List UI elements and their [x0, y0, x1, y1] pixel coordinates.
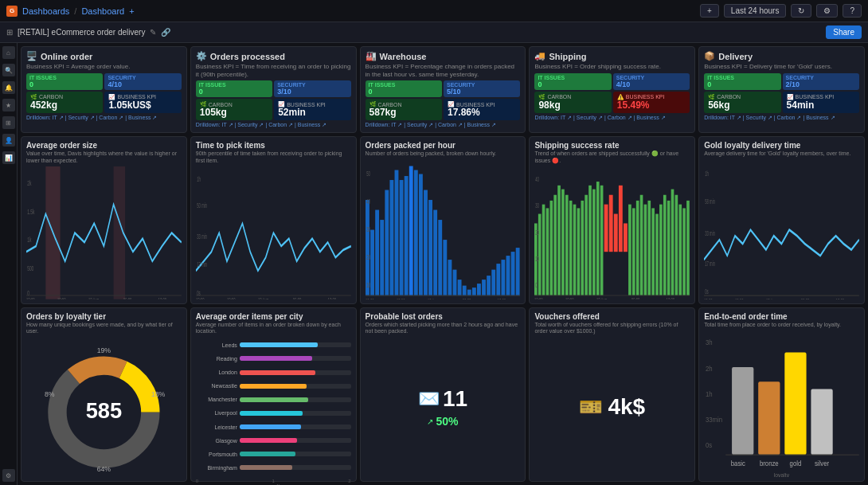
chart-avg-order-size: Average order size Value over time, Davi… — [21, 136, 187, 304]
svg-rect-69 — [542, 205, 545, 295]
chart-e2e-order-subtitle: Total time from place order to order rec… — [704, 322, 859, 328]
hbar-birmingham: Birmingham — [196, 465, 351, 471]
carbon-metric-5: 🌿 CARBON 56kg — [704, 92, 780, 113]
chart-shipping-success-area[interactable]: 40 30 20 10 0 12:00 18:00 12 Aug 06:00 1… — [534, 166, 690, 299]
lost-orders-trend-icon: ↗ — [427, 417, 433, 426]
edit-icon[interactable]: ✎ — [150, 28, 156, 37]
sidebar-star[interactable]: ★ — [2, 99, 15, 111]
breadcrumb-dashboards[interactable]: Dashboards — [22, 6, 69, 16]
chart-shipping-success-title: Shipping success rate — [534, 141, 690, 150]
svg-rect-102 — [675, 195, 678, 295]
subbar-left: ⊞ [RETAIL] eCommerce order delivery ✎ 🔗 — [6, 28, 170, 37]
svg-rect-30 — [394, 170, 398, 295]
svg-text:30: 30 — [366, 225, 370, 233]
svg-rect-84 — [600, 186, 604, 295]
svg-text:30: 30 — [536, 202, 540, 209]
settings-button[interactable]: ⚙ — [816, 4, 838, 18]
chart-orders-loyalty-area[interactable]: 585 19% 18% 64% 8% — [26, 338, 182, 477]
it-issues-badge-5: IT ISSUES 0 — [704, 73, 780, 90]
svg-text:64%: 64% — [97, 464, 111, 472]
timerange-button[interactable]: Last 24 hours — [724, 4, 787, 18]
kpi-shipping: 🚚 Shipping Business KPI = Order shipping… — [529, 46, 695, 133]
kpi-delivery-badges: IT ISSUES 0 SECURITY 2/10 — [704, 73, 859, 90]
chart-avg-items-city: Average order items per city Average num… — [190, 307, 357, 482]
svg-rect-85 — [604, 205, 608, 252]
kpi-shipping-drilldown[interactable]: Drilldown: IT ↗ | Security ↗ | Carbon ↗ … — [534, 115, 690, 121]
security-badge: SECURITY 4/10 — [104, 73, 181, 90]
svg-text:33min: 33min — [706, 415, 722, 424]
breadcrumb-plus[interactable]: + — [129, 6, 134, 16]
svg-text:17 min: 17 min — [705, 260, 715, 267]
svg-rect-39 — [438, 220, 442, 295]
svg-text:12:00: 12:00 — [158, 297, 167, 299]
svg-text:06:00: 06:00 — [123, 297, 132, 299]
svg-rect-81 — [589, 186, 592, 295]
chart-avg-items-city-area[interactable]: Leeds Reading London Newcastle — [196, 338, 351, 477]
svg-text:12 Aug: 12 Aug — [428, 297, 438, 299]
chart-lost-orders-area[interactable]: ✉️ 11 ↗ 50% — [366, 338, 521, 477]
chart-time-pick-area[interactable]: 1h 50 min 33 min 17 min 0s 12:00 18:00 1… — [196, 166, 351, 299]
sidebar-bell[interactable]: 🔔 — [2, 81, 15, 94]
chart-time-pick-title: Time to pick items — [196, 141, 351, 150]
refresh-button[interactable]: ↻ — [791, 4, 811, 18]
svg-rect-74 — [561, 190, 565, 295]
chart-shipping-success: Shipping success rate Trend of when orde… — [529, 136, 695, 304]
sidebar-settings[interactable]: ⚙ — [2, 469, 15, 482]
svg-rect-73 — [558, 186, 561, 295]
breadcrumb-dashboard[interactable]: Dashboard — [81, 6, 124, 16]
svg-rect-28 — [385, 190, 389, 295]
svg-rect-144 — [784, 353, 806, 456]
kpi-warehouse-drilldown[interactable]: Drilldown: IT ↗ | Security ↗ | Carbon ↗ … — [366, 122, 521, 128]
chart-orders-packed-title: Orders packed per hour — [366, 141, 521, 150]
help-button[interactable]: ? — [843, 4, 862, 18]
svg-rect-51 — [496, 264, 500, 295]
add-button[interactable]: + — [700, 4, 719, 18]
svg-text:gold: gold — [790, 460, 802, 468]
svg-text:1k: 1k — [27, 236, 31, 244]
kpi-online-order-drilldown[interactable]: Drilldown: IT ↗ | Security ↗ | Carbon ↗ … — [26, 115, 182, 121]
chart-orders-packed-area[interactable]: 12:00 18:00 12 Aug 06:00 12:00 50 40 30 … — [366, 160, 521, 299]
kpi-warehouse-metrics: 🌿 CARBON 587kg 📈 BUSINESS KPI 17.86% — [366, 99, 521, 120]
kpi-warehouse-subtitle: Business KPI = Percentage change in orde… — [366, 63, 521, 78]
carbon-metric-2: 🌿 CARBON 105kg — [196, 99, 272, 120]
share-button[interactable]: Share — [826, 25, 862, 39]
svg-text:18:00: 18:00 — [565, 297, 574, 299]
kpi-orders-processed: ⚙️ Orders processed Business KPI = Time … — [190, 46, 357, 133]
voucher-icon: 🎫 — [579, 396, 603, 418]
kpi-delivery-metrics: 🌿 CARBON 56kg 📈 BUSINESS KPI 54min — [704, 92, 859, 113]
svg-text:33 min: 33 min — [705, 229, 715, 237]
kpi-orders-processed-subtitle: Business KPI = Time from receiving an or… — [196, 63, 351, 78]
svg-rect-76 — [569, 201, 573, 295]
chart-gold-delivery-area[interactable]: 1h 58 min 33 min 17 min 0s 12:00 18:00 1… — [704, 160, 859, 299]
sidebar-grid[interactable]: ⊞ — [2, 116, 15, 129]
kpi-online-order-title: 🖥️ Online order — [26, 51, 182, 61]
chart-vouchers-area[interactable]: 🎫 4k$ — [534, 338, 690, 477]
sidebar-home[interactable]: ⌂ — [2, 46, 15, 59]
svg-text:18:00: 18:00 — [735, 297, 744, 299]
kpi-orders-processed-badges: IT ISSUES 0 SECURITY 3/10 — [196, 80, 351, 97]
kpi-orders-processed-drilldown[interactable]: Drilldown: IT ↗ | Security ↗ | Carbon ↗ … — [196, 122, 351, 128]
kpi-delivery-drilldown[interactable]: Drilldown: IT ↗ | Security ↗ | Carbon ↗ … — [704, 115, 859, 121]
chart-avg-order-size-area[interactable]: 2k 1.5k 1k 500 0 12:00 18:00 12 Aug 06:0… — [26, 166, 182, 299]
svg-rect-87 — [614, 214, 618, 252]
svg-text:silver: silver — [815, 460, 829, 468]
svg-rect-94 — [644, 205, 647, 295]
chart-e2e-order-area[interactable]: 3h 2h 1h 33min 0s basic bronze — [704, 331, 859, 477]
svg-text:06:00: 06:00 — [631, 297, 640, 299]
chart-lost-orders-title: Probable lost orders — [366, 312, 521, 321]
svg-text:18:00: 18:00 — [227, 297, 236, 299]
carbon-value: 452kg — [30, 100, 99, 111]
svg-rect-46 — [472, 287, 476, 295]
svg-rect-49 — [487, 276, 491, 295]
chart-orders-packed: Orders packed per hour Number of orders … — [360, 136, 526, 304]
sidebar-chart[interactable]: 📊 — [2, 151, 15, 164]
link-icon[interactable]: 🔗 — [161, 28, 170, 37]
lost-orders-icon: ✉️ — [418, 389, 440, 409]
hbar-manchester: Manchester — [196, 397, 351, 402]
chart-lost-orders: Probable lost orders Orders which starte… — [360, 307, 526, 482]
sidebar-users[interactable]: 👤 — [2, 134, 15, 147]
sidebar-search[interactable]: 🔍 — [2, 64, 15, 76]
svg-text:12:00: 12:00 — [667, 297, 675, 299]
kpi-online-order-badges: IT ISSUES 0 SECURITY 4/10 — [26, 73, 182, 90]
kpi-shipping-badges: IT ISSUES 0 SECURITY 4/10 — [534, 73, 690, 90]
